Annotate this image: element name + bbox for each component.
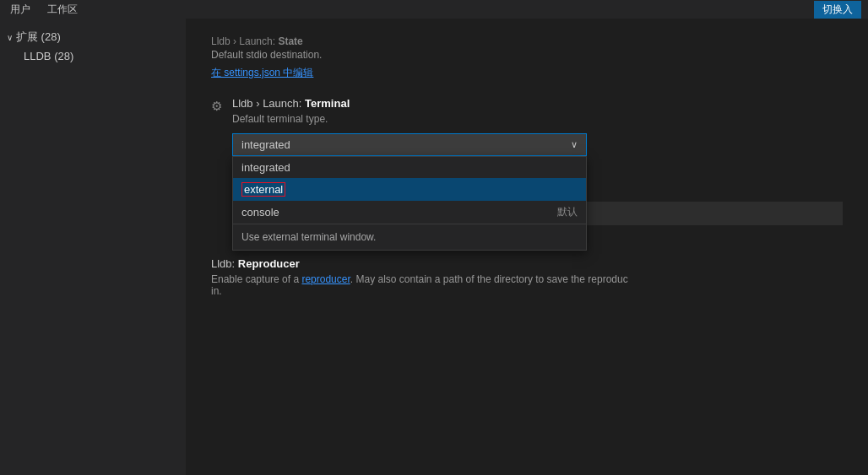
sidebar-extensions-label: 扩展 (28) xyxy=(16,30,61,45)
console-option-row: console 默认 xyxy=(241,205,578,219)
reproducer-link[interactable]: reproducer xyxy=(301,273,350,285)
dropdown-tooltip: Use external terminal window. xyxy=(233,224,586,250)
tab-workspace[interactable]: 工作区 xyxy=(44,3,81,17)
dropdown-option-console[interactable]: console 默认 xyxy=(233,201,586,224)
settings-json-link[interactable]: 在 settings.json 中编辑 xyxy=(211,67,313,78)
sidebar-item-lldb[interactable]: LLDB (28) xyxy=(0,47,186,65)
terminal-setting-row: ⚙ Lldb › Launch: Terminal Default termin… xyxy=(211,97,843,232)
terminal-setting-body: Lldb › Launch: Terminal Default terminal… xyxy=(232,97,843,232)
dropdown-option-external[interactable]: external xyxy=(233,178,586,201)
dropdown-menu: integrated external console 默认 xyxy=(232,156,587,251)
prev-setting-section: Lldb › Launch: State Default stdio desti… xyxy=(211,35,843,80)
chevron-down-icon: ∨ xyxy=(571,139,578,150)
content-area: Lldb › Launch: State Default stdio desti… xyxy=(186,19,868,475)
tab-users[interactable]: 用户 xyxy=(7,3,34,17)
terminal-setting-title: Lldb › Launch: Terminal xyxy=(232,97,843,110)
top-bar: 用户 工作区 切换入 xyxy=(0,0,868,19)
option-label-external: external xyxy=(241,182,285,197)
prev-setting-title: Lldb › Launch: State xyxy=(211,35,843,47)
dropdown-option-integrated[interactable]: integrated xyxy=(233,157,586,178)
option-label-integrated: integrated xyxy=(241,161,290,174)
reproducer-desc: Enable capture of a reproducer. May also… xyxy=(211,273,843,297)
main-layout: ∨ 扩展 (28) LLDB (28) Lldb › Launch: State… xyxy=(0,19,868,475)
chevron-down-icon: ∨ xyxy=(7,33,13,42)
option-label-console: console xyxy=(241,206,279,219)
prev-setting-desc: Default stdio destination. xyxy=(211,49,843,61)
sidebar-item-extensions[interactable]: ∨ 扩展 (28) xyxy=(0,27,186,47)
reproducer-section: Lldb: Reproducer Enable capture of a rep… xyxy=(211,257,843,297)
dropdown-selected[interactable]: integrated ∨ xyxy=(232,133,587,156)
terminal-setting-desc: Default terminal type. xyxy=(232,113,843,125)
sidebar-section-extensions: ∨ 扩展 (28) LLDB (28) xyxy=(0,25,186,67)
reproducer-title: Lldb: Reproducer xyxy=(211,257,843,270)
switch-button[interactable]: 切换入 xyxy=(814,1,861,19)
dropdown-selected-value: integrated xyxy=(241,138,290,151)
terminal-dropdown: integrated ∨ integrated external xyxy=(232,133,587,156)
sidebar: ∨ 扩展 (28) LLDB (28) xyxy=(0,19,186,475)
option-default-badge: 默认 xyxy=(557,205,578,219)
gear-icon[interactable]: ⚙ xyxy=(211,99,222,114)
